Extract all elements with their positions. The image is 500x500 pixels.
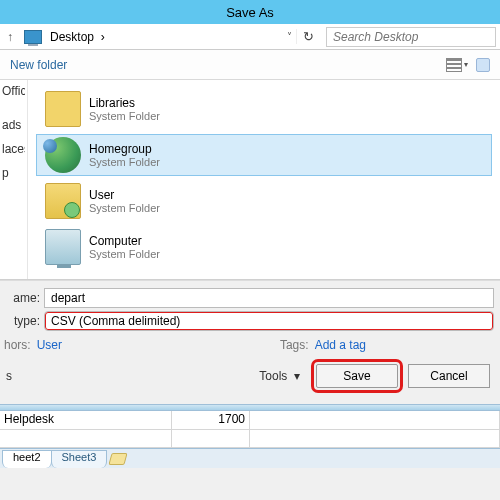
authors-label: hors: (4, 338, 31, 352)
item-computer[interactable]: Computer System Folder (36, 226, 492, 268)
filename-input[interactable] (44, 288, 494, 308)
filetype-select[interactable]: CSV (Comma delimited) (44, 311, 494, 331)
file-list: Libraries System Folder Homegroup System… (28, 80, 500, 279)
libraries-icon (45, 91, 81, 127)
chevron-down-icon[interactable]: ˅ (282, 31, 296, 42)
save-button[interactable]: Save (316, 364, 398, 388)
desktop-icon (24, 30, 42, 44)
computer-icon (45, 229, 81, 265)
item-sub: System Folder (89, 156, 160, 168)
view-options-icon[interactable] (446, 58, 462, 72)
address-bar: ↑ Desktop › ˅ ↻ (0, 24, 500, 50)
table-row[interactable]: Helpdesk 1700 (0, 411, 500, 430)
table-row[interactable] (0, 430, 500, 448)
refresh-icon[interactable]: ↻ (296, 29, 320, 44)
main-pane: Office E ads laces p Libraries System Fo… (0, 80, 500, 280)
new-folder-button[interactable]: New folder (10, 58, 67, 72)
sidebar-item[interactable]: p (2, 166, 25, 180)
item-label: Computer (89, 234, 160, 248)
cell-c[interactable] (250, 411, 500, 429)
item-label: Homegroup (89, 142, 160, 156)
sidebar-item-places[interactable]: laces (2, 142, 25, 156)
cell-b[interactable]: 1700 (172, 411, 250, 429)
toolbar: New folder ▾ (0, 50, 500, 80)
new-sheet-icon[interactable] (109, 453, 128, 465)
help-icon[interactable] (476, 58, 490, 72)
cell-a[interactable]: Helpdesk (0, 411, 172, 429)
window-title: Save As (226, 5, 274, 20)
cancel-button[interactable]: Cancel (408, 364, 490, 388)
chevron-down-icon[interactable]: ▾ (464, 60, 468, 69)
tags-value[interactable]: Add a tag (315, 338, 366, 352)
tools-menu[interactable]: Tools ▾ (259, 369, 300, 383)
filetype-label: type: (2, 314, 40, 328)
location-breadcrumb[interactable]: Desktop › (46, 30, 282, 44)
item-sub: System Folder (89, 202, 160, 214)
homegroup-icon (45, 137, 81, 173)
tab-sheet3[interactable]: Sheet3 (51, 450, 108, 468)
item-sub: System Folder (89, 248, 160, 260)
fields-panel: ame: type: CSV (Comma delimited) hors: U… (0, 280, 500, 404)
item-label: Libraries (89, 96, 160, 110)
authors-value[interactable]: User (37, 338, 62, 352)
item-label: User (89, 188, 160, 202)
tags-label: Tags: (280, 338, 309, 352)
item-homegroup[interactable]: Homegroup System Folder (36, 134, 492, 176)
tab-sheet2[interactable]: heet2 (2, 450, 52, 468)
spreadsheet: Helpdesk 1700 heet2 Sheet3 (0, 404, 500, 468)
sidebar: Office E ads laces p (0, 80, 28, 279)
filename-label: ame: (2, 291, 40, 305)
user-icon (45, 183, 81, 219)
sidebar-item-downloads[interactable]: ads (2, 118, 25, 132)
browse-folders-label[interactable]: s (6, 369, 12, 383)
search-input[interactable] (326, 27, 496, 47)
sheet-tabs: heet2 Sheet3 (0, 448, 500, 468)
item-user[interactable]: User System Folder (36, 180, 492, 222)
title-bar: Save As (0, 0, 500, 24)
sidebar-item-office[interactable]: Office E (2, 84, 25, 98)
up-arrow-icon[interactable]: ↑ (0, 30, 20, 44)
item-libraries[interactable]: Libraries System Folder (36, 88, 492, 130)
item-sub: System Folder (89, 110, 160, 122)
